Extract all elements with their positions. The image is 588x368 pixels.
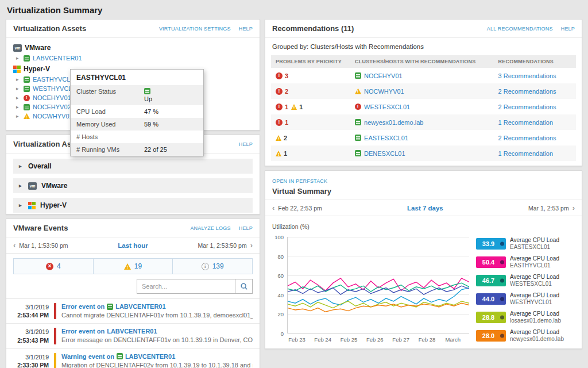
event-type-link[interactable]: Error event on <box>61 303 105 310</box>
help-link[interactable]: HELP <box>239 26 253 32</box>
critical-icon <box>276 88 283 95</box>
recommendation-link[interactable]: 1 Recommendation <box>498 150 553 157</box>
all-recommendations-link[interactable]: ALL RECOMMENDATIONS <box>487 26 553 32</box>
event-type-link[interactable]: Warning event on <box>61 353 114 360</box>
tab-errors[interactable]: 4 <box>14 259 93 274</box>
event-row[interactable]: 3/1/2019 2:53:44 PM Error event on LABVC… <box>6 299 260 324</box>
expand-chevron-icon[interactable]: ▸ <box>19 203 24 208</box>
host-cell: WESTESXCL01 <box>350 101 494 113</box>
tooltip-label: CPU Load <box>76 108 144 115</box>
cluster-status-icon <box>24 55 30 62</box>
tooltip-label: Cluster Status <box>76 88 144 95</box>
summary-time-nav: ‹ Feb 22, 2:53 pm Last 7 days Mar 1, 2:5… <box>265 200 582 216</box>
help-link[interactable]: HELP <box>239 141 253 147</box>
event-target-link[interactable]: LABVCENTER01 <box>125 353 175 360</box>
tab-info[interactable]: 139 <box>172 259 252 274</box>
legend-entry[interactable]: 46.7 Average CPU Load WESTESXCL01 <box>476 274 575 288</box>
legend-text: Average CPU Load WESTHYVCL01 <box>510 292 559 306</box>
legend-entry[interactable]: 50.4 Average CPU Load EASTHYVCL01 <box>476 255 575 269</box>
search-button[interactable] <box>235 279 253 294</box>
tree-item-labvcenter01[interactable]: ▸ LABVCENTER01 <box>13 53 253 63</box>
legend-entry[interactable]: 28.8 Average CPU Load losaesx01.demo.lab <box>476 310 575 324</box>
legend-host: EASTESXCL01 <box>510 244 559 251</box>
expand-chevron-icon[interactable]: ▸ <box>16 77 21 82</box>
recommendation-link[interactable]: 2 Recommendations <box>498 88 556 95</box>
legend-metric: Average CPU Load <box>510 310 561 317</box>
legend-value: 28.8 <box>482 314 500 321</box>
expand-chevron-icon[interactable]: ▸ <box>16 114 21 119</box>
vmware-logo-icon <box>13 44 22 52</box>
accordion-overall[interactable]: ▸ Overall <box>13 159 253 174</box>
expand-chevron-icon[interactable]: ▸ <box>16 95 21 101</box>
event-type-link[interactable]: Error event on <box>61 328 105 335</box>
time-range-selector[interactable]: Last hour <box>118 242 148 249</box>
event-row[interactable]: 3/1/2019 2:53:43 PM Error event on LABVC… <box>6 324 260 348</box>
legend-text: Average CPU Load losaesx01.demo.lab <box>510 310 561 324</box>
recommendation-link[interactable]: 2 Recommendations <box>498 103 556 110</box>
critical-group: 1 <box>276 119 288 126</box>
host-link[interactable]: NOCWHYV01 <box>364 88 404 95</box>
open-in-perfstack-link[interactable]: OPEN IN PERFSTACK <box>272 178 327 184</box>
time-to-label: Mar 1, 2:53 pm <box>528 205 569 212</box>
legend-text: Average CPU Load EASTESXCL01 <box>510 237 559 251</box>
priority-cell: 1 <box>271 148 350 159</box>
host-link[interactable]: NOCEHYV01 <box>364 72 403 79</box>
critical-group: 3 <box>276 72 288 79</box>
recommendation-link[interactable]: 2 Recommendations <box>498 135 556 141</box>
priority-cell: 1 1 <box>271 101 350 113</box>
legend-value: 33.9 <box>482 240 500 247</box>
prev-chevron-icon[interactable]: ‹ <box>13 241 16 249</box>
time-range-selector[interactable]: Last 7 days <box>407 205 443 212</box>
virtualization-settings-link[interactable]: VIRTUALIZATION SETTINGS <box>159 26 231 32</box>
event-detail: Cannot migrate DENCLIENTAFF01v from 10.1… <box>61 312 253 319</box>
host-link[interactable]: DENESXCL01 <box>364 150 405 157</box>
event-target-link[interactable]: LABVCENTER01 <box>107 328 157 335</box>
card-header: OPEN IN PERFSTACK Virtual Summary <box>265 171 582 200</box>
analyze-logs-link[interactable]: ANALYZE LOGS <box>190 225 230 231</box>
cluster-link[interactable]: NOCEHYV01 <box>33 94 71 101</box>
series-marker-icon <box>500 316 504 320</box>
accordion-hyperv[interactable]: ▸ Hyper-V <box>13 198 253 213</box>
warning-icon <box>276 151 281 156</box>
x-tick: Feb 28 <box>419 336 436 343</box>
grouped-by-label[interactable]: Grouped by: Clusters/Hosts with Recommen… <box>265 38 582 55</box>
expand-chevron-icon[interactable]: ▸ <box>16 86 21 91</box>
host-cell: NOCWHYV01 <box>350 86 494 97</box>
event-target-link[interactable]: LABVCENTER01 <box>115 303 165 310</box>
legend-entry[interactable]: 44.0 Average CPU Load WESTHYVCL01 <box>476 292 575 306</box>
x-tick: Feb 25 <box>341 336 358 343</box>
legend-metric: Average CPU Load <box>510 237 559 244</box>
tooltip-row: Memory Used 59 % <box>71 118 203 131</box>
tab-warnings[interactable]: 19 <box>93 259 173 274</box>
event-row[interactable]: 3/1/2019 2:33:30 PM Warning event on LAB… <box>6 349 260 368</box>
prev-chevron-icon[interactable]: ‹ <box>272 204 274 212</box>
recommendation-link[interactable]: 1 Recommendation <box>498 119 553 126</box>
tooltip-row: # Hosts <box>71 131 203 143</box>
host-link[interactable]: EASTESXCL01 <box>364 135 408 141</box>
expand-chevron-icon[interactable]: ▸ <box>19 164 24 169</box>
expand-chevron-icon[interactable]: ▸ <box>19 183 24 189</box>
next-chevron-icon[interactable]: › <box>250 241 253 249</box>
cluster-link[interactable]: NOCWHYV01 <box>33 113 73 120</box>
expand-chevron-icon[interactable]: ▸ <box>16 56 21 61</box>
y-tick: 60 <box>277 273 284 279</box>
search-input[interactable] <box>137 279 235 294</box>
hyperv-logo-icon <box>13 66 21 73</box>
host-link[interactable]: newyesx01.demo.lab <box>364 119 423 126</box>
warning-count: 1 <box>284 150 287 157</box>
cluster-link[interactable]: NOCEHYV02 <box>33 103 71 110</box>
accordion-vmware[interactable]: ▸ VMware <box>13 178 253 193</box>
recommendation-link[interactable]: 3 Recommendations <box>498 72 556 79</box>
events-time-nav: ‹ Mar 1, 1:53:50 pm Last hour Mar 1, 2:5… <box>6 237 260 254</box>
expand-chevron-icon[interactable]: ▸ <box>16 105 21 110</box>
legend-entry[interactable]: 33.9 Average CPU Load EASTESXCL01 <box>476 237 575 251</box>
help-link[interactable]: HELP <box>239 225 253 231</box>
chart-plot-area[interactable] <box>287 237 469 334</box>
help-link[interactable]: HELP <box>561 26 575 32</box>
cluster-link[interactable]: LABVCENTER01 <box>33 55 82 62</box>
next-chevron-icon[interactable]: › <box>572 204 575 212</box>
table-row: 3 NOCEHYV01 3 Recommendati <box>271 68 576 83</box>
event-time: 2:53:44 PM <box>13 311 49 319</box>
host-link[interactable]: WESTESXCL01 <box>364 103 410 110</box>
legend-entry[interactable]: 28.0 Average CPU Load newyesx01.demo.lab <box>476 329 575 343</box>
